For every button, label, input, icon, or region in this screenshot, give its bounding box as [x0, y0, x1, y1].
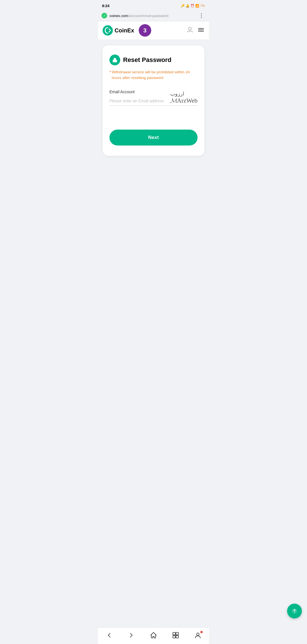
- url-bar[interactable]: coinex.com/account/reset-password: [109, 14, 195, 18]
- reset-password-card: Reset Password Withdrawal service will b…: [103, 45, 204, 156]
- nav-actions: [186, 26, 204, 35]
- warning-message: Withdrawal service will be prohibited wi…: [109, 69, 198, 81]
- user-account-icon[interactable]: [186, 26, 194, 35]
- lock-icon: [109, 55, 120, 65]
- coinex-logo-text: CoinEx: [115, 27, 134, 34]
- card-header: Reset Password: [109, 55, 198, 65]
- email-label: Email Account: [109, 90, 198, 94]
- svg-point-1: [188, 27, 191, 30]
- step-badge: 3: [139, 24, 151, 37]
- browser-more-button[interactable]: ⋮: [197, 12, 206, 19]
- navigation-bar: CoinEx 3: [98, 21, 209, 40]
- url-domain: coinex.com: [109, 14, 128, 18]
- url-path: /account/reset-password: [128, 14, 169, 18]
- coinex-logo-icon: [103, 25, 113, 36]
- status-icons: 🔑 🔔 ⏰ 📶 7%: [181, 4, 205, 8]
- signal-icons: 🔑 🔔 ⏰ 📶: [181, 4, 199, 8]
- lock-svg: [112, 57, 118, 63]
- battery-indicator: 7%: [200, 4, 205, 7]
- svg-point-0: [103, 25, 113, 36]
- logo-area: CoinEx 3: [103, 24, 183, 37]
- email-form-group: Email Account ارزوب 𝓜ArzWeb: [109, 90, 198, 106]
- security-shield-icon: ✓: [101, 13, 107, 18]
- card-title: Reset Password: [123, 56, 171, 64]
- email-input-row: ارزوب 𝓜ArzWeb: [109, 96, 198, 106]
- next-button[interactable]: Next: [109, 130, 198, 146]
- status-time: 8:24: [102, 4, 109, 8]
- main-content: Reset Password Withdrawal service will b…: [98, 40, 209, 199]
- status-bar: 8:24 🔑 🔔 ⏰ 📶 7%: [98, 0, 209, 10]
- email-input[interactable]: [109, 96, 198, 106]
- svg-point-5: [115, 61, 115, 61]
- browser-bar: ✓ coinex.com/account/reset-password ⋮: [98, 10, 209, 21]
- hamburger-menu-icon[interactable]: [198, 26, 204, 35]
